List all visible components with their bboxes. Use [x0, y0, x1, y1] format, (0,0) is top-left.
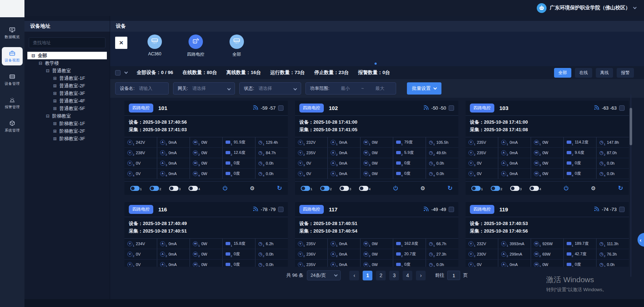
page-button[interactable]: 2: [376, 271, 386, 280]
tree-toggle-icon[interactable]: ⊟: [45, 114, 50, 119]
device-card: 四路电控 103 -63 -63 设备：2025-10-28 17:41:00 …: [466, 101, 629, 195]
goto-page-input[interactable]: [447, 271, 460, 280]
scrollbar-thumb[interactable]: [630, 108, 632, 145]
tree-toggle-icon[interactable]: ⊞: [53, 76, 57, 81]
power-min-input[interactable]: 最小: [334, 86, 357, 92]
device-type-item[interactable]: 全部: [223, 35, 250, 58]
tree-item[interactable]: ⊞ 普通教室-1F: [27, 74, 107, 82]
tree-toggle-icon[interactable]: ⊞: [53, 106, 57, 111]
reading-cell: W10W: [531, 137, 563, 147]
channel-toggle[interactable]: 2: [491, 186, 502, 191]
sidebar-item-device-view[interactable]: 设备视图: [2, 47, 23, 65]
power-button[interactable]: [393, 185, 398, 191]
tree-item[interactable]: ⊟ 阶梯教室: [27, 112, 107, 120]
batch-settings-button[interactable]: 批量设置: [407, 82, 441, 95]
channel-toggle[interactable]: 2: [320, 186, 332, 191]
sidebar-item-alarm-manage[interactable]: 报警管理: [2, 94, 23, 112]
settings-gear-icon[interactable]: ⚙: [250, 185, 255, 191]
prev-page-button[interactable]: ‹: [349, 271, 359, 280]
status-tab[interactable]: 全部: [554, 68, 571, 78]
gateway-filter[interactable]: 网关: 请选择: [173, 82, 235, 95]
channel-toggle[interactable]: 3: [169, 186, 181, 191]
page-button[interactable]: 3: [389, 271, 399, 280]
tree-item[interactable]: ⊞ 普通教室-3F: [27, 90, 107, 97]
tree-item[interactable]: ⊞ 阶梯教室-2F: [27, 127, 107, 135]
device-checkbox[interactable]: [619, 105, 625, 111]
refresh-icon[interactable]: ↻: [277, 185, 282, 191]
channel-toggle[interactable]: 3: [340, 186, 351, 191]
device-checkbox[interactable]: [619, 207, 625, 212]
reading-cell: A40mA: [157, 169, 190, 179]
sidebar-item-data-overview[interactable]: 数据概览: [2, 24, 23, 42]
sidebar-item-system-manage[interactable]: 系统管理: [2, 117, 23, 136]
status-tab[interactable]: 离线: [596, 68, 613, 78]
device-type-badge[interactable]: 四路电控: [129, 104, 153, 113]
device-checkbox[interactable]: [278, 105, 284, 111]
account-menu[interactable]: 广东环境保护职业学院（佛山校区）: [537, 3, 636, 13]
channel-toggle[interactable]: 4: [530, 186, 541, 191]
device-type-badge[interactable]: 四路电控: [299, 104, 324, 113]
tree-item[interactable]: ⊞ 普通教室-5F: [27, 105, 107, 112]
channel-toggle[interactable]: 1: [301, 186, 312, 191]
address-search-input[interactable]: [29, 37, 105, 48]
tree-item[interactable]: ⊞ 普通教室-4F: [27, 97, 107, 105]
device-type-badge[interactable]: 四路电控: [470, 205, 494, 214]
power-max-input[interactable]: 最大: [368, 86, 391, 92]
status-tab[interactable]: 在线: [575, 68, 592, 78]
channel-toggle[interactable]: 1: [130, 186, 142, 191]
device-checkbox[interactable]: [278, 207, 284, 212]
sidebar-item-device-manage[interactable]: 设备管理: [2, 70, 23, 89]
device-type-badge[interactable]: 四路电控: [470, 104, 494, 113]
channel-toggle[interactable]: 2: [150, 186, 161, 191]
sidebar-item-label: 设备管理: [5, 81, 20, 86]
settings-gear-icon[interactable]: ⚙: [421, 185, 425, 191]
tree-item[interactable]: ⊟ 普通教室: [27, 67, 107, 74]
tree-toggle-icon[interactable]: ⊞: [53, 129, 57, 134]
power-button[interactable]: [563, 185, 569, 191]
page-button[interactable]: 4: [403, 271, 412, 280]
channel-toggle[interactable]: 4: [189, 186, 200, 191]
select-all-checkbox[interactable]: [115, 70, 121, 75]
device-name-input[interactable]: [139, 86, 164, 91]
carousel-dot[interactable]: [375, 63, 377, 65]
tree-toggle-icon[interactable]: ⊟: [45, 68, 50, 73]
tree-toggle-icon[interactable]: ⊞: [53, 91, 57, 96]
channel-toggle[interactable]: 1: [471, 186, 483, 191]
next-page-button[interactable]: ›: [416, 271, 426, 280]
tree-item[interactable]: ⊟ 全部: [27, 52, 107, 59]
page-button[interactable]: 1: [363, 271, 372, 280]
device-type-badge[interactable]: 四路电控: [299, 205, 324, 214]
refresh-icon[interactable]: ↻: [618, 185, 623, 191]
power-button[interactable]: [222, 185, 228, 191]
tree-item[interactable]: ⊞ 阶梯教室-1F: [27, 120, 107, 127]
device-type-label: 全部: [232, 51, 241, 58]
select-all-chevron-icon[interactable]: [124, 70, 128, 74]
reading-cell: 115.8度: [222, 239, 255, 249]
settings-gear-icon[interactable]: ⚙: [591, 185, 596, 191]
tree-toggle-icon[interactable]: ⊞: [53, 136, 57, 141]
tree-item[interactable]: ⊞ 阶梯教室-3F: [27, 135, 107, 142]
reading-cell: ◷30.0h: [596, 158, 629, 168]
device-type-badge[interactable]: 四路电控: [129, 205, 153, 214]
state-filter[interactable]: 状态: 请选择: [239, 82, 301, 95]
status-tab[interactable]: 报警: [617, 68, 634, 78]
page-size-select[interactable]: 24条/页: [307, 270, 341, 280]
channel-toggle[interactable]: 4: [359, 186, 371, 191]
goto-label: 前往: [435, 272, 444, 279]
refresh-icon[interactable]: ↻: [448, 185, 453, 191]
tree-toggle-icon[interactable]: ⊞: [53, 83, 57, 88]
tree-toggle-icon[interactable]: ⊟: [38, 61, 43, 66]
reading-value: 0度: [575, 262, 581, 267]
tree-toggle-icon[interactable]: ⊞: [53, 121, 57, 126]
device-type-item[interactable]: 四路电控: [182, 35, 209, 58]
sidebar-item-label: 系统管理: [5, 128, 20, 133]
tree-toggle-icon[interactable]: ⊞: [53, 98, 57, 104]
tree-toggle-icon[interactable]: ⊟: [31, 53, 36, 58]
channel-toggle[interactable]: 3: [510, 186, 522, 191]
device-checkbox[interactable]: [449, 105, 454, 111]
tree-item[interactable]: ⊞ 普通教室-2F: [27, 82, 107, 90]
tree-item[interactable]: ⊟ 教学楼: [27, 59, 107, 67]
device-checkbox[interactable]: [449, 207, 454, 212]
close-filter-button[interactable]: ×: [115, 37, 127, 49]
device-type-item[interactable]: AC360: [141, 35, 168, 58]
